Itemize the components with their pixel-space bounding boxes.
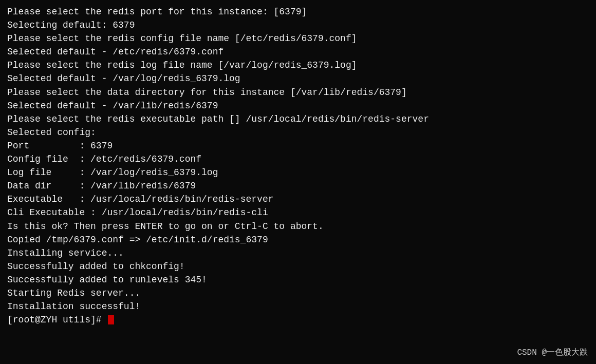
watermark-label: CSDN @一色股大跌: [517, 347, 588, 358]
terminal-line: Installation successful!: [7, 300, 589, 313]
terminal-line: Please select the data directory for thi…: [7, 86, 589, 99]
terminal-line: Log file : /var/log/redis_6379.log: [7, 166, 589, 179]
terminal-line: Cli Executable : /usr/local/redis/bin/re…: [7, 206, 589, 219]
terminal-line: Successfully added to runlevels 345!: [7, 273, 589, 286]
terminal-line: Selected default - /var/lib/redis/6379: [7, 99, 589, 112]
terminal-line: Selected config:: [7, 126, 589, 139]
terminal-line: Selected default - /etc/redis/6379.conf: [7, 45, 589, 59]
terminal-line: Please select the redis port for this in…: [7, 5, 589, 18]
terminal-line: Starting Redis server...: [7, 286, 589, 300]
terminal-line: Executable : /usr/local/redis/bin/redis-…: [7, 193, 589, 206]
terminal-line: Please select the redis executable path …: [7, 112, 589, 126]
terminal-line: Installing service...: [7, 246, 589, 260]
terminal-line: Data dir : /var/lib/redis/6379: [7, 179, 589, 193]
terminal-line: Config file : /etc/redis/6379.conf: [7, 152, 589, 166]
terminal-line: Successfully added to chkconfig!: [7, 260, 589, 273]
terminal-line: Port : 6379: [7, 139, 589, 152]
terminal-line: Is this ok? Then press ENTER to go on or…: [7, 220, 589, 233]
terminal-line: Please select the redis config file name…: [7, 32, 589, 45]
terminal-line: Selected default - /var/log/redis_6379.l…: [7, 72, 589, 85]
terminal-line: Selecting default: 6379: [7, 18, 589, 32]
terminal-output: Please select the redis port for this in…: [7, 5, 589, 313]
terminal-cursor: [108, 315, 114, 324]
terminal-line: Please select the redis log file name [/…: [7, 59, 589, 72]
terminal-window: Please select the redis port for this in…: [0, 0, 596, 364]
terminal-prompt: [root@ZYH utils]#: [7, 313, 107, 327]
terminal-line: Copied /tmp/6379.conf => /etc/init.d/red…: [7, 233, 589, 246]
terminal-prompt-line: [root@ZYH utils]#: [7, 313, 589, 327]
